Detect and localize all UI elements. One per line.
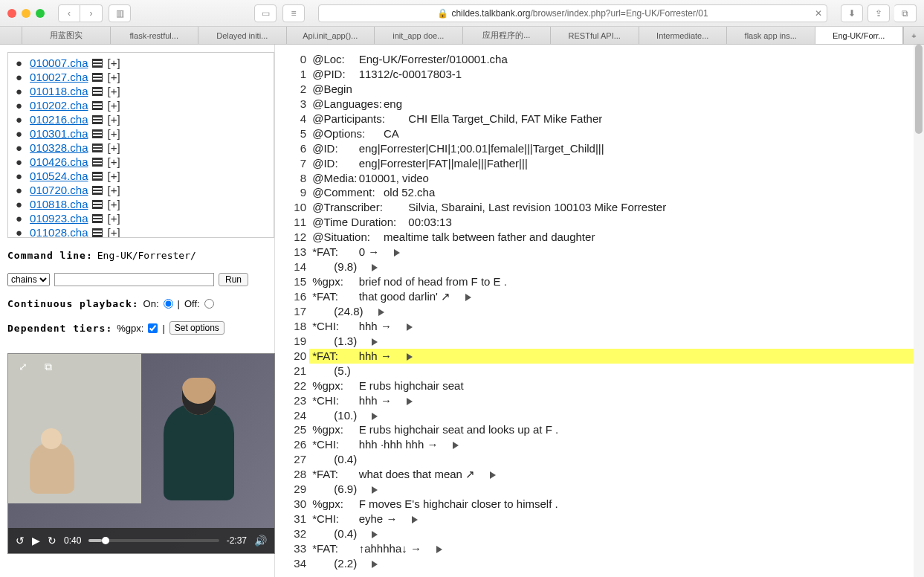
- browser-tab[interactable]: init_app doe...: [375, 27, 463, 44]
- transcript-line[interactable]: 6 @ID: eng|Forrester|CHI|1;00.01|female|…: [275, 141, 924, 156]
- transcript-line[interactable]: 25 %gpx: E rubs highchair seat and looks…: [275, 422, 924, 437]
- file-link[interactable]: 010720.cha: [30, 184, 88, 196]
- transcript-line[interactable]: 31 *CHI: eyhe →: [275, 512, 924, 526]
- play-line-icon[interactable]: [372, 531, 378, 538]
- file-link[interactable]: 010524.cha: [30, 170, 88, 182]
- play-line-icon[interactable]: [407, 323, 413, 331]
- sidebar-toggle-button[interactable]: ▥: [109, 4, 131, 22]
- transcript-line[interactable]: 9 @Comment: old 52.cha: [275, 185, 924, 200]
- browser-tab[interactable]: flask app ins...: [727, 27, 815, 44]
- forward-button[interactable]: ›: [80, 4, 103, 22]
- transcript-line[interactable]: 5 @Options: CA: [275, 126, 924, 141]
- expand-button[interactable]: [+]: [107, 198, 120, 210]
- expand-button[interactable]: [+]: [107, 226, 120, 238]
- maximize-window-button[interactable]: [36, 9, 45, 18]
- transcript-line[interactable]: 33 *FAT: ↑ahhhha↓ →: [275, 541, 924, 556]
- expand-button[interactable]: [+]: [107, 113, 120, 126]
- expand-button[interactable]: [+]: [107, 184, 120, 196]
- tabs-button[interactable]: ⧉: [894, 4, 917, 22]
- transcript-line[interactable]: 4 @Participants: CHI Ella Target_Child, …: [275, 112, 924, 126]
- browser-tab[interactable]: Intermediate...: [639, 27, 728, 44]
- share-button[interactable]: ⇪: [868, 4, 890, 22]
- stop-reload-button[interactable]: ✕: [815, 8, 822, 19]
- rewind-icon[interactable]: ↺: [16, 535, 25, 547]
- transcript-line[interactable]: 29 (6.9): [275, 482, 924, 497]
- play-line-icon[interactable]: [372, 486, 378, 494]
- playback-off-radio[interactable]: [204, 299, 214, 309]
- fullscreen-icon[interactable]: ⤢: [13, 358, 33, 375]
- transcript-line[interactable]: 22 %gpx: E rubs highchair seat: [275, 378, 924, 393]
- reader-button[interactable]: ▭: [254, 4, 277, 22]
- play-line-icon[interactable]: [407, 353, 413, 361]
- file-link[interactable]: 010007.cha: [30, 57, 88, 69]
- expand-button[interactable]: [+]: [107, 155, 120, 168]
- file-link[interactable]: 010027.cha: [30, 71, 88, 83]
- play-line-icon[interactable]: [490, 471, 496, 479]
- transcript-line[interactable]: 34 (2.2): [275, 556, 924, 571]
- media-icon[interactable]: [92, 115, 103, 124]
- address-bar[interactable]: 🔒 childes.talkbank.org/browser/index.php…: [318, 4, 827, 22]
- play-line-icon[interactable]: [394, 249, 400, 257]
- transcript-line[interactable]: 20 *FAT: hhh →: [275, 349, 924, 364]
- transcript-line[interactable]: 0 @Loc: Eng-UK/Forrester/010001.cha: [275, 52, 924, 67]
- browser-tab[interactable]: Api.init_app()...: [287, 27, 375, 44]
- browser-tab[interactable]: RESTful API...: [551, 27, 639, 44]
- run-button[interactable]: Run: [219, 273, 248, 286]
- expand-button[interactable]: [+]: [107, 170, 120, 182]
- media-icon[interactable]: [92, 172, 103, 181]
- playback-on-radio[interactable]: [164, 299, 173, 309]
- transcript-line[interactable]: 7 @ID: eng|Forrester|FAT||male|||Father|…: [275, 156, 924, 171]
- transcript-line[interactable]: 14 (9.8): [275, 260, 924, 274]
- transcript-line[interactable]: 16 *FAT: that good darlin' ↗: [275, 289, 924, 304]
- forward-icon[interactable]: ↻: [48, 535, 56, 547]
- file-link[interactable]: 010328.cha: [30, 141, 88, 154]
- expand-button[interactable]: [+]: [107, 212, 120, 225]
- file-link[interactable]: 010118.cha: [30, 85, 88, 97]
- file-link[interactable]: 010426.cha: [30, 155, 88, 168]
- media-icon[interactable]: [92, 144, 103, 152]
- browser-tab[interactable]: Delayed initi...: [198, 27, 287, 44]
- play-line-icon[interactable]: [372, 264, 378, 271]
- transcript-line[interactable]: 32 (0.4): [275, 526, 924, 541]
- expand-button[interactable]: [+]: [107, 85, 120, 97]
- media-icon[interactable]: [92, 158, 103, 167]
- new-tab-button[interactable]: +: [903, 27, 924, 44]
- browser-tab[interactable]: [0, 27, 22, 44]
- media-icon[interactable]: [92, 129, 103, 138]
- transcript-panel[interactable]: 0 @Loc: Eng-UK/Forrester/010001.cha1 @PI…: [275, 45, 924, 577]
- transcript-line[interactable]: 11 @Time Duration: 00:03:13: [275, 215, 924, 230]
- browser-tab[interactable]: 应用程序的...: [463, 27, 552, 44]
- transcript-line[interactable]: 8 @Media: 010001, video: [275, 171, 924, 186]
- transcript-line[interactable]: 3 @Languages: eng: [275, 97, 924, 112]
- pip-icon[interactable]: ⧉: [38, 358, 59, 375]
- play-line-icon[interactable]: [372, 338, 378, 346]
- media-icon[interactable]: [92, 228, 103, 237]
- media-icon[interactable]: [92, 59, 103, 68]
- expand-button[interactable]: [+]: [107, 99, 120, 112]
- play-line-icon[interactable]: [412, 516, 418, 523]
- transcript-line[interactable]: 18 *CHI: hhh →: [275, 319, 924, 334]
- back-button[interactable]: ‹: [58, 4, 80, 22]
- transcript-line[interactable]: 26 *CHI: hhh ·hhh hhh →: [275, 437, 924, 452]
- browser-tab[interactable]: 用蓝图实: [22, 27, 111, 44]
- file-link[interactable]: 010818.cha: [30, 198, 88, 210]
- transcript-line[interactable]: 12 @Situation: mealtime talk between fat…: [275, 230, 924, 245]
- transcript-line[interactable]: 19 (1.3): [275, 334, 924, 349]
- transcript-line[interactable]: 24 (10.): [275, 408, 924, 423]
- command-select[interactable]: chains: [7, 273, 50, 286]
- video-seek-slider[interactable]: [88, 539, 219, 542]
- transcript-line[interactable]: 28 *FAT: what does that mean ↗: [275, 467, 924, 482]
- transcript-line[interactable]: 13 *FAT: 0 →: [275, 245, 924, 260]
- media-icon[interactable]: [92, 200, 103, 209]
- play-line-icon[interactable]: [378, 309, 384, 316]
- expand-button[interactable]: [+]: [107, 127, 120, 140]
- transcript-line[interactable]: 10 @Transcriber: Silvia, Sbaraini, Last …: [275, 200, 924, 215]
- transcript-line[interactable]: 2 @Begin: [275, 82, 924, 97]
- file-link[interactable]: 011028.cha: [30, 226, 88, 238]
- media-icon[interactable]: [92, 214, 103, 223]
- minimize-window-button[interactable]: [22, 9, 30, 18]
- scrollbar-thumb[interactable]: [915, 45, 923, 134]
- browser-tab-active[interactable]: Eng-UK/Forr...: [815, 27, 904, 44]
- expand-button[interactable]: [+]: [107, 141, 120, 154]
- play-line-icon[interactable]: [407, 398, 413, 405]
